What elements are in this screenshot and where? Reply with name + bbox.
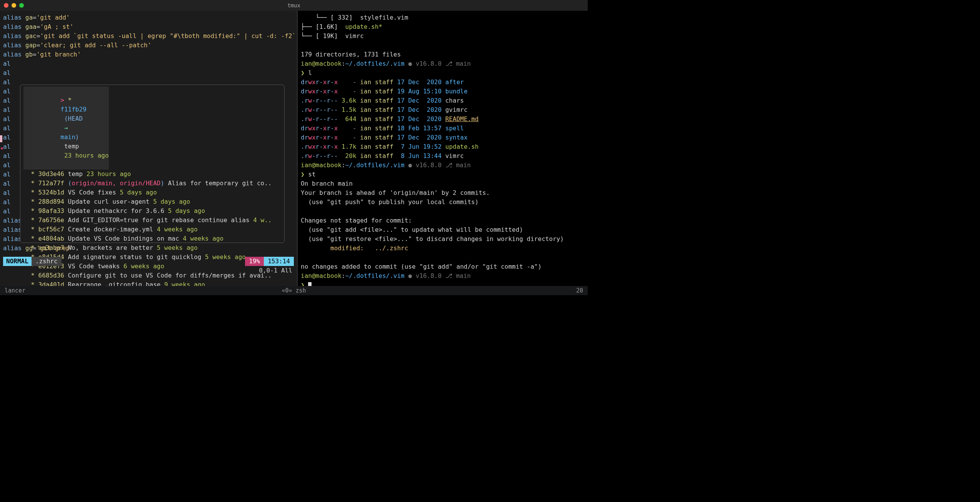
ls-row: drwxr-xr-x - ian staff 17 Dec 2020 synta… [301,133,585,142]
tree-row: └── [ 19K] vimrc [301,32,585,41]
modified-file: ../.zshrc [375,244,408,252]
tmux-window: «0» zsh [0,286,588,295]
vim-mode: NORMAL [3,257,32,266]
ls-row: drwxr-xr-x - ian staff 18 Feb 13:57 spel… [301,124,585,133]
window-title: tmux [0,2,588,10]
fzf-row[interactable]: * 288d894 Update curl user-agent 5 days … [23,197,281,206]
vim-substatus: 0,0-1 All [0,266,294,275]
alias-fragment: al [3,59,294,68]
status-tail: no changes added to commit (use "git add… [301,262,585,271]
alias-line: alias gb='git branch' [3,50,294,59]
vim-statusline: NORMAL .zshrc 19% 153:14 [3,257,294,266]
ls-row: .rw-r--r-- 644 ian staff 17 Dec 2020 REA… [301,115,585,124]
fzf-row[interactable]: * 712a77f (origin/main, origin/HEAD) Ali… [23,179,281,188]
cursor-icon [308,282,312,286]
ls-row: drwxr-xr-x - ian staff 17 Dec 2020 after [301,78,585,87]
status-line: (use "git push" to publish your local co… [301,198,585,207]
tree-summary: 179 directories, 1731 files [301,50,585,59]
status-line: (use "git restore <file>..." to discard … [301,234,585,244]
fzf-popup[interactable]: > * f11fb29 (HEAD → main) temp 23 hours … [20,85,285,243]
ls-row: drwxr-xr-x - ian staff 19 Aug 15:10 bund… [301,87,585,96]
fzf-row[interactable]: * 3da401d Rearrange .gitconfig.base 9 we… [23,280,281,286]
status-line [301,207,585,216]
status-line: Changes not staged for commit: [301,216,585,225]
fzf-row-selected[interactable]: > * f11fb29 (HEAD → main) temp 23 hours … [23,86,109,170]
alias-line: alias gap='clear; git add --all --patch' [3,41,294,50]
status-line: On branch main [301,179,585,188]
status-line: Your branch is ahead of 'origin/main' by… [301,188,585,198]
fzf-row[interactable]: * 30d3e46 temp 23 hours ago [23,170,281,179]
fzf-row[interactable]: * aa3aba7 No, brackets are better 5 week… [23,243,281,253]
tree-row: ├── [1.6K] update.sh* [301,22,585,32]
pane-shell[interactable]: └── [ 332] stylefile.vim├── [1.6K] updat… [297,11,588,286]
fzf-row[interactable]: * 5324b1d VS Code fixes 5 days ago [23,188,281,197]
shell-prompt: ian@macbook:~/.dotfiles/.vim ● v16.8.0 ⎇… [301,161,585,170]
ls-row: .rw-r--r-- 3.6k ian staff 17 Dec 2020 ch… [301,96,585,105]
alias-fragment: al [3,68,294,78]
pane-vim[interactable]: ● alias ga='git add'alias gaa='gA ; st'a… [0,11,297,286]
tmux-statusbar: lancer «0» zsh 20 [0,286,588,295]
gutter-dot: ● [1,145,3,151]
vim-percent: 19% [245,257,264,266]
fzf-row[interactable]: * bcf56c7 Create docker-image.yml 4 week… [23,225,281,234]
status-line: (use "git add <file>..." to update what … [301,225,585,234]
vim-filename: .zshrc [32,257,62,266]
window-titlebar: tmux [0,0,588,11]
gutter-mark [0,135,2,142]
alias-line: alias gac='git add `git status -uall | e… [3,32,294,41]
fzf-row[interactable]: * e4804ab Update VS Code bindings on mac… [23,234,281,243]
tree-row: └── [ 332] stylefile.vim [301,13,585,22]
fzf-row[interactable]: * 7a6756e Add GIT_EDITOR=true for git re… [23,216,281,225]
alias-line: alias gaa='gA ; st' [3,22,294,32]
cmd-st: st [308,171,315,178]
ls-row: .rwxr-xr-x 1.7k ian staff 7 Jun 19:52 up… [301,142,585,151]
shell-prompt-active[interactable]: ❯ [301,281,585,286]
shell-prompt: ian@macbook:~/.dotfiles/.vim ● v16.8.0 ⎇… [301,59,585,68]
vim-position: 153:14 [264,257,294,266]
alias-line: alias ga='git add' [3,13,294,22]
fzf-row[interactable]: * 98afa33 Update nethackrc for 3.6.6 5 d… [23,206,281,216]
ls-row: .rw-r--r-- 20k ian staff 8 Jun 13:44 vim… [301,151,585,161]
ls-row: .rw-r--r-- 1.5k ian staff 17 Dec 2020 gv… [301,105,585,115]
shell-prompt: ian@macbook:~/.dotfiles/.vim ● v16.8.0 ⎇… [301,271,585,281]
cmd-l: l [308,69,312,76]
